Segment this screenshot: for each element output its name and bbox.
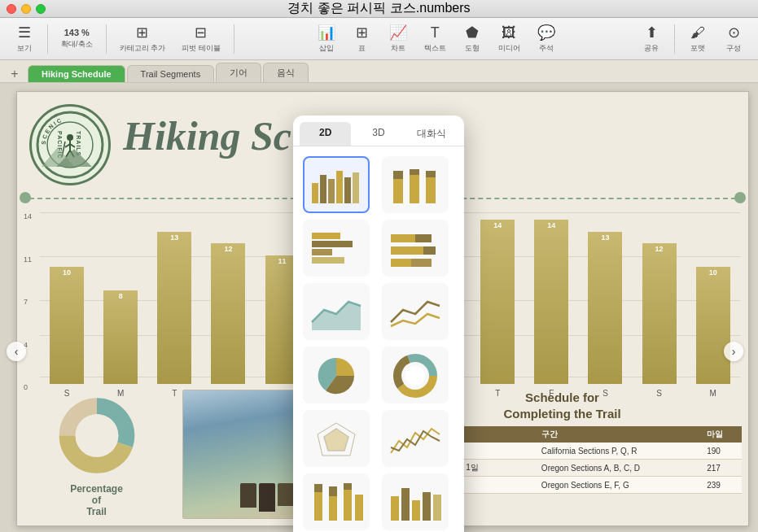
toolbar-view[interactable]: ☰ 보기 [8,20,41,57]
share-icon: ⬆ [646,24,658,41]
svg-rect-38 [391,259,411,267]
zoom-label: 확대/축소 [61,39,93,50]
svg-rect-58 [423,492,431,521]
bar-s1: 10 S [50,267,84,398]
toolbar-zoom[interactable]: 143 % 확대/축소 [55,24,99,53]
bar-m1-rect: 8 [103,290,138,384]
toolbar-comment[interactable]: 💬 주석 [530,20,563,57]
chart-option-bar-grouped[interactable] [303,156,370,213]
chart-option-donut[interactable] [382,347,449,403]
tab-hiking-schedule[interactable]: Hiking Schedule [28,65,125,82]
chart-options-grid: ✦ ✦ [293,146,464,532]
chart-type-tabs: 2D 3D 대화식 [293,116,464,146]
svg-rect-27 [410,169,419,175]
minimize-button[interactable] [21,4,31,14]
organize-icon: ⊙ [728,24,740,41]
chart-option-hbar-stacked[interactable] [382,220,449,277]
y-label-11: 11 [24,255,32,264]
chart-option-pie[interactable] [303,347,370,403]
svg-rect-23 [353,172,359,203]
svg-rect-29 [426,171,436,177]
figure-1 [240,483,256,508]
bar-t1-rect: 13 [157,232,191,384]
toolbar-organize[interactable]: ⊙ 구성 [717,20,750,57]
toolbar-share[interactable]: ⬆ 공유 [635,20,668,57]
chart-option-hbar-grouped[interactable] [303,220,370,277]
add-sheet-button[interactable]: + [7,66,23,82]
svg-rect-57 [412,500,420,521]
insert-label: 삽입 [319,43,334,54]
shape-label: 도형 [465,43,480,54]
svg-rect-33 [312,257,344,264]
bar-s3: 12 S [642,243,677,398]
pivot-icon: ⊟ [195,24,207,41]
svg-rect-30 [312,233,340,239]
chart-label: 차트 [391,43,405,54]
cell-miles-3: 239 [702,477,742,494]
next-arrow[interactable]: › [724,342,743,361]
svg-rect-22 [344,177,351,203]
titlebar: 경치 좋은 퍼시픽 코스.numbers [0,0,758,18]
tab-food[interactable]: 음식 [263,63,309,82]
insert-icon: 📊 [318,24,335,41]
chart-option-line2[interactable] [382,410,449,467]
bar-t3-rect: 14 [480,220,515,384]
chart-picker-panel: 2D 3D 대화식 [293,116,464,532]
bar-m2-rect: 10 [696,267,730,384]
bar-m1-value: 8 [119,290,123,300]
divider-4 [674,24,675,54]
svg-rect-34 [391,234,415,242]
tabbar: + Hiking Schedule Trail Segments 기어 음식 [0,60,758,83]
fullscreen-button[interactable] [36,4,46,14]
table-label: 표 [358,43,366,54]
bar-w1: 12 W [211,243,245,398]
chart-option-stacked-bar2[interactable] [303,473,370,530]
svg-rect-36 [391,246,423,255]
figure-2 [259,483,275,512]
bar-f2-rect: 14 [534,220,568,384]
pivot-label: 피벗 테이블 [182,43,221,54]
media-label: 미디어 [498,43,520,54]
chart-option-bar-stacked[interactable] [382,156,449,213]
bar-s1-value: 10 [63,267,71,277]
prev-arrow[interactable]: ‹ [7,342,26,361]
format-icon: 🖌 [690,24,705,41]
chart-option-radar[interactable] [303,410,370,467]
svg-rect-26 [410,175,419,203]
toolbar-text[interactable]: T 텍스트 [418,21,453,57]
tab-3d[interactable]: 3D [353,122,404,146]
toolbar-insert[interactable]: 📊 삽입 [310,20,343,57]
chart-option-line[interactable] [382,283,449,340]
svg-rect-51 [329,486,337,496]
bar-s2-rect: 13 [588,232,622,384]
toolbar-table[interactable]: ⊞ 표 [346,20,379,57]
cell-section-3: Oregon Sections E, F, G [537,477,702,494]
toolbar-shape[interactable]: ⬟ 도형 [456,20,489,57]
chart-option-bar3[interactable] [382,473,449,530]
close-button[interactable] [7,4,16,14]
bar-f2: 14 F [534,220,568,398]
toolbar-pivot[interactable]: ⊟ 피벗 테이블 [175,20,227,57]
chart-option-area[interactable] [303,283,370,340]
table-icon: ⊞ [356,24,368,41]
cell-section-2: Oregon Sections A, B, C, D [537,460,702,477]
cell-miles-1: 190 [702,443,742,460]
bar-s3-value: 12 [655,243,664,253]
chart-icon: 📈 [389,24,407,41]
tab-2d[interactable]: 2D [300,122,351,146]
svg-rect-20 [328,179,335,203]
tab-interactive[interactable]: 대화식 [406,122,458,146]
bar-m2-value: 10 [709,267,717,277]
toolbar-format[interactable]: 🖌 포맷 [681,21,714,57]
svg-rect-32 [312,249,332,255]
toolbar-chart[interactable]: 📈 차트 [382,20,414,57]
shape-icon: ⬟ [466,24,479,41]
toolbar: ☰ 보기 143 % 확대/축소 ⊞ 카테고리 추가 ⊟ 피벗 테이블 📊 삽입… [0,18,758,60]
bar-s2: 13 S [588,232,622,398]
toolbar-category[interactable]: ⊞ 카테고리 추가 [113,20,173,57]
cell-section-1: California Sections P, Q, R [537,443,702,460]
toolbar-media[interactable]: 🖼 미디어 [492,21,527,57]
tab-trail-segments[interactable]: Trail Segments [127,65,215,82]
tab-gear[interactable]: 기어 [216,63,261,82]
svg-rect-59 [433,495,441,521]
